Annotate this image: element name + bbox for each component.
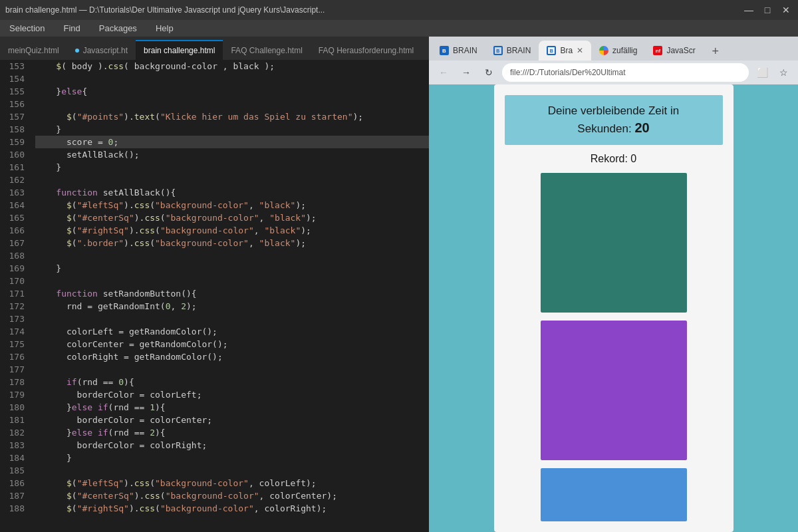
- time-label-line1: Deine verbleibende Zeit in: [548, 104, 680, 117]
- editor-tabs: meinQuiz.html Javascript.ht brain challe…: [0, 37, 429, 60]
- color-square-blue[interactable]: [541, 468, 687, 521]
- window-controls: — □ ✕: [742, 5, 793, 15]
- tab-faq-label: FAQ Challenge.html: [231, 46, 302, 55]
- nf-icon: nf: [653, 46, 662, 55]
- tab-brain-challenge[interactable]: brain challenge.html: [136, 40, 223, 60]
- address-bar[interactable]: file:///D:/Tutorials/Der%20Ultimat: [502, 63, 749, 82]
- tab-script[interactable]: script.js: [422, 40, 429, 60]
- tab-faq-challenge[interactable]: FAQ Challenge.html: [223, 40, 310, 60]
- menu-packages[interactable]: Packages: [95, 22, 141, 35]
- editor-panel: meinQuiz.html Javascript.ht brain challe…: [0, 37, 429, 532]
- nav-extras: ⬜ ☆: [753, 63, 793, 82]
- tab-dot: [75, 49, 79, 53]
- rekord-text: Rekord: 0: [505, 153, 723, 165]
- close-button[interactable]: ✕: [779, 5, 793, 15]
- browser-tab-zuf-label: zufällig: [612, 46, 637, 55]
- color-square-purple[interactable]: [541, 321, 687, 460]
- tab-meinquiz[interactable]: meinQuiz.html: [0, 40, 67, 60]
- title-text: brain challenge.html — D:\Tutorials\Der …: [5, 5, 325, 15]
- title-bar: brain challenge.html — D:\Tutorials\Der …: [0, 0, 798, 20]
- tab-brain-label: brain challenge.html: [144, 46, 215, 55]
- rekord-label: Rekord:: [591, 153, 628, 164]
- browser-content: Deine verbleibende Zeit in Sekunden: 20 …: [429, 84, 798, 532]
- tab-close-icon[interactable]: ✕: [577, 46, 583, 55]
- line-numbers: 1531541551561571581591601611621631641651…: [0, 60, 30, 532]
- browser-tab-zuf[interactable]: zufällig: [591, 41, 645, 61]
- minimize-button[interactable]: —: [742, 5, 755, 15]
- browser-tab-js[interactable]: nf JavaScr: [645, 41, 703, 61]
- reload-button[interactable]: ↻: [479, 63, 498, 82]
- time-label-line2: Sekunden:: [577, 122, 631, 135]
- bookmark-button[interactable]: ☆: [774, 63, 793, 82]
- new-tab-button[interactable]: +: [706, 42, 725, 61]
- browser-tab-brain2-label: BRAIN: [507, 46, 531, 55]
- menu-selection[interactable]: Selection: [5, 22, 49, 35]
- back-button[interactable]: ←: [434, 63, 453, 82]
- menu-find[interactable]: Find: [59, 22, 84, 35]
- browser-tab-brain1[interactable]: B BRAIN: [432, 41, 485, 61]
- menu-help[interactable]: Help: [152, 22, 178, 35]
- main-area: meinQuiz.html Javascript.ht brain challe…: [0, 37, 798, 532]
- tab-menu-button[interactable]: ⬜: [753, 63, 771, 82]
- time-value: 20: [634, 120, 649, 135]
- browser-tab-brain1-label: BRAIN: [453, 46, 477, 55]
- tab-faq-heraus-label: FAQ Herausforderung.html: [319, 46, 414, 55]
- maximize-button[interactable]: □: [761, 5, 774, 15]
- menu-bar: Selection Find Packages Help: [0, 20, 798, 37]
- brain-outline-icon: B: [493, 46, 503, 55]
- browser-tab-js-label: JavaScr: [666, 46, 695, 55]
- browser-tab-bra[interactable]: B Bra ✕: [539, 41, 591, 61]
- browser-tab-bra-label: Bra: [560, 46, 573, 55]
- time-banner: Deine verbleibende Zeit in Sekunden: 20: [505, 95, 723, 146]
- color-square-teal[interactable]: [541, 173, 687, 313]
- tab-javascript-label: Javascript.ht: [83, 46, 128, 55]
- tab-javascript[interactable]: Javascript.ht: [67, 40, 136, 60]
- forward-button[interactable]: →: [457, 63, 475, 82]
- brain-outline-icon2: B: [547, 46, 556, 55]
- code-content: $( body ).css( background-color , black …: [30, 60, 429, 532]
- tab-faq-heraus[interactable]: FAQ Herausforderung.html: [311, 40, 422, 60]
- browser-chrome: B BRAIN B BRAIN B Bra ✕ zufällig nf: [429, 37, 798, 84]
- url-text: file:///D:/Tutorials/Der%20Ultimat: [510, 68, 741, 77]
- browser-tabs-bar: B BRAIN B BRAIN B Bra ✕ zufällig nf: [429, 37, 798, 61]
- google-icon: [599, 46, 608, 55]
- browser-nav-bar: ← → ↻ file:///D:/Tutorials/Der%20Ultimat…: [429, 61, 798, 84]
- browser-panel: B BRAIN B BRAIN B Bra ✕ zufällig nf: [429, 37, 798, 532]
- brain-filled-icon: B: [440, 46, 449, 55]
- game-card: Deine verbleibende Zeit in Sekunden: 20 …: [494, 84, 733, 532]
- browser-tab-brain2[interactable]: B BRAIN: [485, 41, 539, 61]
- code-area: 1531541551561571581591601611621631641651…: [0, 60, 429, 532]
- rekord-value: 0: [630, 153, 636, 164]
- tab-meinquiz-label: meinQuiz.html: [8, 46, 59, 55]
